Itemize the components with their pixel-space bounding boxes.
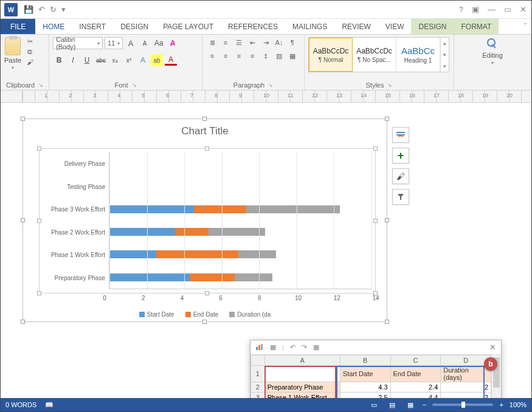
undo-icon[interactable]: ↶ — [290, 343, 295, 351]
chart-type-icon[interactable] — [255, 343, 264, 352]
increase-indent-icon[interactable]: ⇥ — [260, 37, 272, 48]
zoom-in-icon[interactable]: + — [499, 401, 503, 408]
chart-filters-icon[interactable] — [392, 189, 409, 205]
open-excel-icon[interactable]: ▦ — [313, 343, 319, 351]
maximize-icon[interactable]: ▭ — [504, 5, 511, 14]
underline-button[interactable]: U — [81, 54, 93, 66]
tab-mailings[interactable]: MAILINGS — [285, 19, 334, 34]
chart-legend[interactable]: Start Date End Date Duration (da — [23, 311, 387, 318]
font-size-combo[interactable]: 11▾ — [105, 37, 123, 49]
tab-review[interactable]: REVIEW — [334, 19, 378, 34]
read-mode-icon[interactable]: ▭ — [368, 400, 380, 409]
chart-elements-icon[interactable]: + — [392, 148, 409, 163]
numbering-icon[interactable]: ≡ — [219, 37, 232, 48]
resize-handle[interactable] — [37, 219, 41, 223]
paste-button[interactable]: Paste — [4, 57, 21, 64]
zoom-slider[interactable] — [432, 403, 493, 406]
show-marks-icon[interactable]: ¶ — [286, 37, 299, 48]
resize-handle[interactable] — [37, 146, 41, 151]
resize-handle[interactable] — [202, 117, 207, 121]
text-effects-icon[interactable]: A — [137, 54, 149, 66]
font-color-icon[interactable]: A — [165, 55, 177, 66]
tab-home[interactable]: HOME — [35, 19, 72, 34]
bullets-icon[interactable]: ≣ — [206, 37, 218, 48]
chart-title[interactable]: Chart Title — [23, 119, 387, 141]
legend-item[interactable]: End Date — [185, 311, 219, 318]
chart-data-sheet[interactable]: ▦ | ↶ ↷ ▦ ✕ ABCD1Start DateEnd DateDurat… — [250, 340, 502, 398]
align-center-icon[interactable]: ≡ — [219, 50, 232, 61]
layout-options-icon[interactable] — [392, 127, 409, 143]
align-right-icon[interactable]: ≡ — [233, 50, 245, 61]
tab-insert[interactable]: INSERT — [72, 19, 113, 34]
chart-object[interactable]: Chart Title Delivery PhaseTesting PhaseP… — [22, 118, 387, 322]
zoom-level[interactable]: 100% — [510, 401, 527, 408]
undo-icon[interactable]: ↶ — [38, 5, 45, 14]
plot-area[interactable]: Delivery PhaseTesting PhasePhase 3 Work … — [39, 148, 376, 294]
strike-button[interactable]: abc — [95, 54, 107, 66]
tab-chart-format[interactable]: FORMAT — [454, 19, 499, 34]
word-count[interactable]: 0 WORDS — [5, 401, 36, 408]
resize-handle[interactable] — [373, 146, 378, 151]
redo-icon[interactable]: ↷ — [302, 343, 307, 351]
editing-button[interactable]: Editing — [482, 52, 503, 59]
justify-icon[interactable]: ≡ — [246, 50, 258, 61]
resize-handle[interactable] — [202, 320, 207, 324]
font-launcher-icon[interactable]: ↘ — [132, 82, 137, 88]
grow-font-icon[interactable]: A — [125, 37, 137, 49]
line-spacing-icon[interactable]: ‡ — [260, 50, 272, 61]
font-name-combo[interactable]: Calibri (Body)▾ — [53, 37, 103, 49]
style-heading1[interactable]: AaBbCc Heading 1 — [396, 38, 440, 72]
tab-chart-design[interactable]: DESIGN — [411, 19, 454, 34]
collapse-ribbon-icon[interactable]: ˇ — [519, 19, 531, 34]
bar[interactable] — [109, 160, 371, 168]
resize-handle[interactable] — [37, 291, 41, 295]
paragraph-launcher-icon[interactable]: ↘ — [268, 82, 273, 88]
web-layout-icon[interactable]: ▦ — [404, 400, 416, 409]
bar[interactable] — [109, 273, 371, 281]
legend-item[interactable]: Duration (da — [229, 311, 271, 318]
resize-handle[interactable] — [205, 146, 209, 151]
find-icon[interactable] — [486, 37, 499, 50]
style-no-spacing[interactable]: AaBbCcDc ¶ No Spac... — [353, 38, 396, 72]
tab-page-layout[interactable]: PAGE LAYOUT — [156, 19, 221, 34]
resize-handle[interactable] — [385, 117, 389, 121]
tab-file[interactable]: FILE — [1, 19, 35, 34]
multilevel-icon[interactable]: ☰ — [233, 37, 245, 48]
print-layout-icon[interactable]: ▤ — [386, 400, 398, 409]
resize-handle[interactable] — [21, 218, 25, 222]
ruler[interactable]: 1234567891011121314151617181920 — [1, 91, 531, 103]
borders-icon[interactable]: ▦ — [286, 50, 299, 61]
legend-item[interactable]: Start Date — [139, 311, 174, 318]
close-icon[interactable]: ✕ — [520, 5, 527, 14]
highlight-icon[interactable]: ab — [151, 54, 163, 66]
editing-dropdown-icon[interactable]: ▾ — [491, 60, 494, 66]
align-left-icon[interactable]: ≡ — [206, 50, 218, 61]
tab-view[interactable]: VIEW — [378, 19, 412, 34]
chart-styles-icon[interactable]: 🖌 — [392, 168, 409, 184]
paste-icon[interactable] — [5, 37, 21, 55]
help-icon[interactable]: ? — [459, 5, 463, 14]
datasheet-grid[interactable]: ABCD1Start DateEnd DateDuration (days)2P… — [250, 355, 491, 398]
tab-design[interactable]: DESIGN — [113, 19, 156, 34]
resize-handle[interactable] — [21, 320, 25, 324]
subscript-button[interactable]: x₂ — [109, 54, 121, 66]
italic-button[interactable]: I — [67, 54, 79, 66]
superscript-button[interactable]: x² — [123, 54, 135, 66]
resize-handle[interactable] — [385, 320, 389, 324]
zoom-out-icon[interactable]: − — [423, 401, 426, 408]
bar[interactable] — [109, 228, 371, 236]
styles-gallery[interactable]: AaBbCcDc ¶ Normal AaBbCcDc ¶ No Spac... … — [308, 37, 449, 72]
format-painter-icon[interactable]: 🖌 — [25, 58, 35, 66]
bold-button[interactable]: B — [53, 54, 65, 66]
resize-handle[interactable] — [385, 218, 389, 222]
shading-icon[interactable]: ▧ — [273, 50, 285, 61]
resize-handle[interactable] — [21, 117, 25, 121]
ribbon-display-icon[interactable]: ▣ — [472, 5, 479, 14]
style-normal[interactable]: AaBbCcDc ¶ Normal — [309, 38, 353, 72]
save-icon[interactable]: 💾 — [24, 5, 33, 14]
styles-more-icon[interactable]: ▴▾▾ — [440, 38, 449, 72]
paste-dropdown-icon[interactable]: ▾ — [12, 65, 14, 70]
bar[interactable] — [109, 250, 371, 258]
spellcheck-icon[interactable]: 📖 — [45, 401, 54, 409]
tab-references[interactable]: REFERENCES — [221, 19, 285, 34]
